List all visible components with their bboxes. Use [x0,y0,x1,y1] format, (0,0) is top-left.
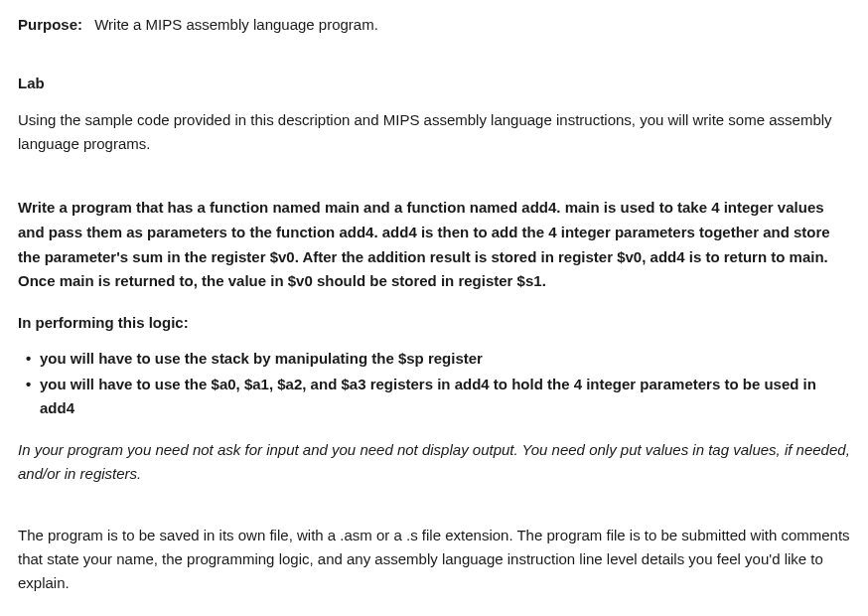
list-item: you will have to use the $a0, $a1, $a2, … [40,373,850,420]
list-item: you will have to use the stack by manipu… [40,347,850,371]
lab-intro: Using the sample code provided in this d… [18,108,850,156]
logic-bullet-list: you will have to use the stack by manipu… [18,347,850,420]
program-spec: Write a program that has a function name… [18,196,850,294]
lab-heading: Lab [18,73,850,95]
io-note: In your program you need not ask for inp… [18,438,850,486]
purpose-label: Purpose: [18,16,82,33]
purpose-line: Purpose: Write a MIPS assembly language … [18,14,850,37]
logic-heading: In performing this logic: [18,312,850,335]
purpose-text: Write a MIPS assembly language program. [94,16,378,33]
closing-instructions: The program is to be saved in its own fi… [18,524,850,595]
